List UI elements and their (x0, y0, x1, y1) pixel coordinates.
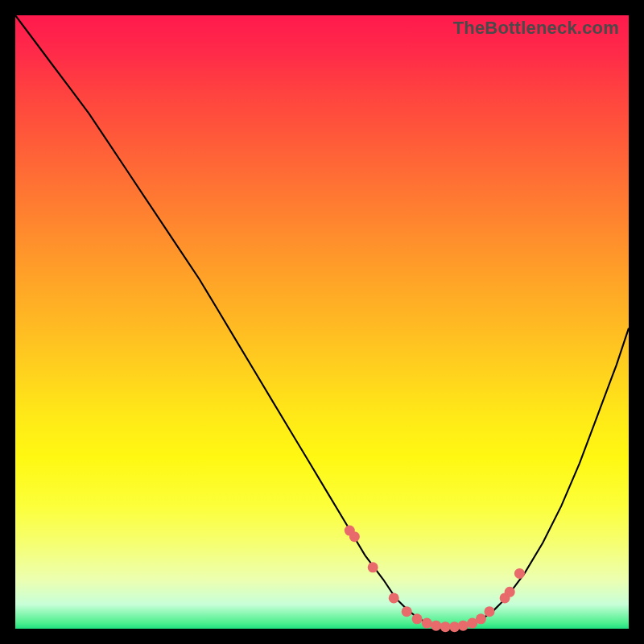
chart-frame: TheBottleneck.com (0, 0, 644, 644)
marker-dot (514, 568, 525, 579)
marker-dot (476, 613, 486, 624)
marker-dot (368, 562, 378, 572)
marker-dot (412, 613, 423, 624)
marker-dot (440, 621, 451, 632)
bottleneck-curve (15, 15, 629, 629)
marker-dot (505, 587, 515, 597)
marker-dot (389, 592, 399, 603)
marker-dot (431, 621, 441, 631)
plot-area: TheBottleneck.com (15, 15, 629, 629)
marker-dot (422, 618, 432, 629)
marker-dot (402, 606, 412, 617)
marker-dot (485, 606, 495, 617)
marker-dot (458, 621, 469, 631)
marker-dot (349, 531, 360, 542)
